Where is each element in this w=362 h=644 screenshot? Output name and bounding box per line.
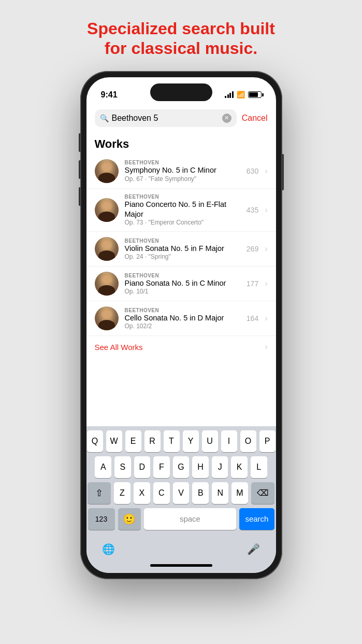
key-e[interactable]: E bbox=[125, 430, 141, 452]
search-input-container[interactable]: 🔍 Beethoven 5 ✕ bbox=[95, 109, 237, 127]
item-info: BEETHOVEN Piano Concerto No. 5 in E-Flat… bbox=[125, 194, 240, 227]
list-item[interactable]: BEETHOVEN Cello Sonata No. 5 in D Major … bbox=[86, 301, 276, 336]
results-container: Works BEETHOVEN Symphony No. 5 in C Mino… bbox=[86, 131, 276, 426]
key-t[interactable]: T bbox=[164, 430, 180, 452]
key-g[interactable]: G bbox=[173, 456, 190, 478]
shift-key[interactable]: ⇧ bbox=[88, 482, 111, 504]
mic-key[interactable]: 🎤 bbox=[243, 538, 264, 560]
key-k[interactable]: K bbox=[231, 456, 248, 478]
avatar bbox=[95, 237, 119, 261]
keyboard-row-3: ⇧ Z X C V B N M ⌫ bbox=[88, 482, 274, 504]
composer-label: BEETHOVEN bbox=[125, 238, 240, 244]
keyboard-row-2: A S D F G H J K L bbox=[88, 456, 274, 478]
key-s[interactable]: S bbox=[114, 456, 131, 478]
chevron-right-icon: › bbox=[265, 205, 267, 215]
avatar bbox=[95, 272, 119, 296]
status-icons: 📶 bbox=[225, 91, 262, 99]
dynamic-island bbox=[150, 83, 212, 101]
clear-button[interactable]: ✕ bbox=[222, 114, 231, 123]
key-h[interactable]: H bbox=[192, 456, 209, 478]
keyboard-bottom-row: 123 🙂 space search bbox=[88, 508, 274, 536]
item-subtitle: Op. 73 · "Emperor Concerto" bbox=[125, 219, 240, 226]
key-j[interactable]: J bbox=[212, 456, 228, 478]
composer-label: BEETHOVEN bbox=[125, 307, 240, 313]
key-c[interactable]: C bbox=[153, 482, 170, 504]
avatar bbox=[95, 198, 119, 222]
chevron-right-icon: › bbox=[265, 166, 267, 176]
item-info: BEETHOVEN Piano Sonata No. 5 in C Minor … bbox=[125, 273, 240, 296]
item-subtitle: Op. 24 · "Spring" bbox=[125, 253, 240, 260]
wifi-icon: 📶 bbox=[237, 91, 245, 99]
composer-label: BEETHOVEN bbox=[125, 273, 240, 278]
list-item[interactable]: BEETHOVEN Symphony No. 5 in C Minor Op. … bbox=[86, 154, 276, 189]
item-title: Piano Concerto No. 5 in E-Flat Major bbox=[125, 200, 240, 219]
delete-key[interactable]: ⌫ bbox=[251, 482, 274, 504]
avatar bbox=[95, 306, 119, 330]
list-item[interactable]: BEETHOVEN Violin Sonata No. 5 in F Major… bbox=[86, 232, 276, 267]
search-query[interactable]: Beethoven 5 bbox=[112, 114, 219, 123]
key-q[interactable]: Q bbox=[87, 430, 103, 452]
key-p[interactable]: P bbox=[259, 430, 276, 452]
chevron-right-icon: › bbox=[265, 314, 267, 323]
signal-icon bbox=[225, 91, 234, 98]
keyboard-row-1: Q W E R T Y U I O P bbox=[88, 430, 274, 452]
list-item[interactable]: BEETHOVEN Piano Concerto No. 5 in E-Flat… bbox=[86, 189, 276, 232]
home-bar bbox=[150, 564, 212, 567]
see-all-works-row[interactable]: See All Works › bbox=[86, 336, 276, 358]
key-l[interactable]: L bbox=[251, 456, 267, 478]
composer-label: BEETHOVEN bbox=[125, 194, 240, 200]
key-m[interactable]: M bbox=[231, 482, 248, 504]
phone-frame: 9:41 📶 🔍 B bbox=[80, 71, 282, 579]
cancel-button[interactable]: Cancel bbox=[242, 114, 268, 123]
key-i[interactable]: I bbox=[221, 430, 237, 452]
item-subtitle: Op. 10/1 bbox=[125, 288, 240, 295]
item-count: 177 bbox=[247, 279, 258, 288]
search-key[interactable]: search bbox=[239, 508, 274, 530]
key-n[interactable]: N bbox=[212, 482, 228, 504]
key-u[interactable]: U bbox=[202, 430, 218, 452]
key-o[interactable]: O bbox=[240, 430, 256, 452]
key-f[interactable]: F bbox=[153, 456, 170, 478]
globe-key[interactable]: 🌐 bbox=[98, 538, 119, 560]
headline: Specialized search built for classical m… bbox=[66, 0, 296, 71]
key-r[interactable]: R bbox=[144, 430, 161, 452]
see-all-label[interactable]: See All Works bbox=[95, 343, 143, 352]
phone-screen: 9:41 📶 🔍 B bbox=[86, 77, 276, 573]
item-title: Cello Sonata No. 5 in D Major bbox=[125, 313, 240, 323]
status-time: 9:41 bbox=[101, 90, 118, 100]
item-count: 435 bbox=[247, 206, 258, 214]
key-b[interactable]: B bbox=[192, 482, 209, 504]
item-title: Piano Sonata No. 5 in C Minor bbox=[125, 278, 240, 288]
item-count: 630 bbox=[247, 167, 258, 175]
key-d[interactable]: D bbox=[134, 456, 151, 478]
item-title: Violin Sonata No. 5 in F Major bbox=[125, 244, 240, 254]
keyboard: Q W E R T Y U I O P A S D F G bbox=[86, 426, 276, 573]
search-icon: 🔍 bbox=[100, 114, 109, 122]
item-info: BEETHOVEN Violin Sonata No. 5 in F Major… bbox=[125, 238, 240, 261]
item-title: Symphony No. 5 in C Minor bbox=[125, 165, 240, 175]
search-bar-row: 🔍 Beethoven 5 ✕ Cancel bbox=[86, 105, 276, 131]
key-a[interactable]: A bbox=[95, 456, 111, 478]
item-info: BEETHOVEN Symphony No. 5 in C Minor Op. … bbox=[125, 160, 240, 183]
section-header: Works bbox=[86, 131, 276, 154]
battery-icon bbox=[248, 91, 262, 98]
see-all-chevron-icon: › bbox=[265, 342, 267, 352]
item-subtitle: Op. 102/2 bbox=[125, 323, 240, 330]
key-z[interactable]: Z bbox=[114, 482, 131, 504]
key-x[interactable]: X bbox=[134, 482, 150, 504]
key-w[interactable]: W bbox=[106, 430, 122, 452]
key-v[interactable]: V bbox=[173, 482, 190, 504]
key-y[interactable]: Y bbox=[183, 430, 199, 452]
item-info: BEETHOVEN Cello Sonata No. 5 in D Major … bbox=[125, 307, 240, 330]
avatar bbox=[95, 159, 119, 183]
phone-mockup: 9:41 📶 🔍 B bbox=[80, 71, 282, 579]
numbers-key[interactable]: 123 bbox=[88, 508, 115, 530]
emoji-key[interactable]: 🙂 bbox=[118, 508, 141, 530]
list-item[interactable]: BEETHOVEN Piano Sonata No. 5 in C Minor … bbox=[86, 267, 276, 301]
item-count: 164 bbox=[247, 314, 258, 323]
chevron-right-icon: › bbox=[265, 244, 267, 254]
composer-label: BEETHOVEN bbox=[125, 160, 240, 165]
keyboard-accessory-row: 🌐 🎤 bbox=[88, 538, 274, 560]
home-bar-area bbox=[88, 562, 274, 571]
space-key[interactable]: space bbox=[144, 508, 237, 530]
